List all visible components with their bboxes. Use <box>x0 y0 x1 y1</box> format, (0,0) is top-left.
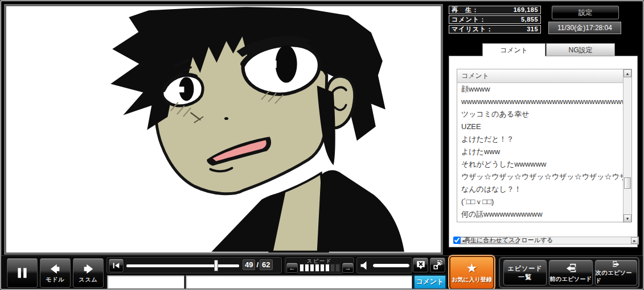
vertical-scrollbar[interactable]: ▲ ▼ <box>623 69 631 223</box>
stat-value: 315 <box>527 26 538 33</box>
volume-group <box>356 257 412 274</box>
seek-track <box>126 264 239 267</box>
scroll-down-button[interactable]: ▼ <box>624 214 631 222</box>
vertical-scroll-thumb[interactable] <box>624 177 631 189</box>
seek-thumb[interactable] <box>214 260 218 271</box>
prev-episode-icon <box>563 263 580 275</box>
speed-segment <box>325 264 330 272</box>
comment-item[interactable]: 顔wwww <box>457 83 624 96</box>
page-current: 49 <box>243 259 255 270</box>
tab-ng-settings[interactable]: NG設定 <box>546 43 615 56</box>
episode-button-group: エピソード 一覧 前のエピソード 次のエピソード <box>499 257 639 288</box>
comment-item[interactable]: 何の話wwwwwwwwwww <box>457 208 624 221</box>
comment-item[interactable]: ツッコミのある幸せ <box>457 108 624 121</box>
speed-segment <box>300 264 304 272</box>
comment-item[interactable]: それがどうしたwwwwww <box>457 158 624 171</box>
video-player-window: 再 生： 169,185 コメント： 5,855 マイリスト： 315 設定 1… <box>0 0 644 290</box>
back-button-label: モドル <box>46 276 65 284</box>
comment-item[interactable]: UZEE <box>457 121 624 133</box>
stat-row-mylist: マイリスト： 315 <box>449 25 541 34</box>
scroll-right-icon: ► <box>633 239 637 243</box>
forward-arrow-icon <box>81 263 96 275</box>
stat-row-plays: 再 生： 169,185 <box>449 6 541 14</box>
scroll-up-button[interactable]: ▲ <box>624 69 631 77</box>
tab-comment[interactable]: コメント <box>482 43 545 56</box>
favorite-label: お気に入り登録 <box>452 276 492 284</box>
speed-group: スピード ← → <box>285 257 354 274</box>
prev-episode-button[interactable]: 前のエピソード <box>549 260 593 285</box>
speed-segment <box>320 264 325 272</box>
speed-segment <box>315 264 319 272</box>
speed-segment <box>335 264 340 272</box>
page-total: 62 <box>260 259 272 270</box>
add-favorite-button[interactable]: ★ お気に入り登録 <box>449 256 494 289</box>
speed-segment <box>305 264 309 272</box>
speaker-icon <box>359 260 371 271</box>
comment-submit-button[interactable]: コメント <box>413 275 446 289</box>
comment-list-box: コメント 顔wwwwwwwwwwwwwwwwwwwwwwwwwwwwwwwwww… <box>457 69 632 222</box>
comment-item[interactable]: よけただと！？ <box>457 133 624 146</box>
skip-to-start-icon <box>112 261 121 270</box>
speed-segment <box>330 264 335 272</box>
speed-increase-icon: → <box>345 264 351 271</box>
comment-toggle-button[interactable] <box>413 258 428 272</box>
autoscroll-checkbox[interactable] <box>453 237 461 244</box>
volume-fill <box>373 264 409 267</box>
pause-icon <box>15 266 30 280</box>
comment-item[interactable]: (´□□ｖ□□) <box>457 196 624 208</box>
next-episode-label: 次のエピソード <box>596 269 637 285</box>
stat-row-comments: コメント： 5,855 <box>449 15 541 24</box>
comment-item[interactable]: wwwwwwwwwwwwwwwwwwwwwwwwwwwwwwwwwwww <box>457 96 624 108</box>
back-button[interactable]: モドル <box>40 258 71 288</box>
command-input[interactable] <box>107 275 184 289</box>
speed-segment <box>310 264 314 272</box>
stat-value: 5,855 <box>521 16 538 23</box>
forward-button[interactable]: ススム <box>73 258 104 288</box>
player-control-bar: モドル ススム 49 / 62 <box>1 255 644 290</box>
autoscroll-row: 再生に合わせてスクロールする <box>453 236 553 245</box>
star-icon: ★ <box>466 262 478 275</box>
prev-episode-label: 前のエピソード <box>549 275 592 283</box>
episode-list-button[interactable]: エピソード 一覧 <box>503 260 547 285</box>
forward-button-label: ススム <box>79 276 98 284</box>
stat-label: 再 生： <box>452 6 479 14</box>
comment-list-header: コメント <box>457 69 624 83</box>
scroll-down-icon: ▼ <box>626 217 630 221</box>
comment-item[interactable]: よけたwww <box>457 146 624 158</box>
episode-list-label-line2: 一覧 <box>518 273 532 281</box>
pause-button[interactable] <box>7 258 38 288</box>
seek-bar[interactable] <box>126 259 239 272</box>
datetime-display: 11/30(金)17:28:04 <box>548 22 621 34</box>
comment-panel: コメント 顔wwwwwwwwwwwwwwwwwwwwwwwwwwwwwwwwww… <box>449 56 638 247</box>
page-counter: 49 / 62 <box>243 259 273 270</box>
autoscroll-label: 再生に合わせてスクロールする <box>464 236 553 245</box>
comment-input[interactable] <box>186 275 412 289</box>
settings-button[interactable]: 設定 <box>552 6 619 19</box>
back-arrow-icon <box>48 263 63 275</box>
scroll-up-icon: ▲ <box>626 72 630 76</box>
stat-label: コメント： <box>452 16 486 23</box>
seek-group: 49 / 62 <box>106 257 282 274</box>
video-area[interactable] <box>4 4 443 255</box>
next-episode-icon <box>608 260 625 269</box>
comment-item[interactable]: ウザッ☆ウザッ☆ウザッ☆ウザッ☆ウザッ☆ウザッ☆ <box>457 171 624 183</box>
speed-decrease-button[interactable]: ← <box>286 263 298 273</box>
comment-item[interactable]: なんのはなし？！ <box>457 183 624 196</box>
comment-list: 顔wwwwwwwwwwwwwwwwwwwwwwwwwwwwwwwwwwwwwww… <box>457 83 624 223</box>
stat-label: マイリスト： <box>452 26 493 33</box>
video-frame-illustration <box>6 6 441 252</box>
speed-decrease-icon: ← <box>289 264 296 271</box>
volume-slider[interactable] <box>373 264 409 267</box>
page-separator: / <box>256 260 259 269</box>
scroll-right-button[interactable]: ► <box>631 237 638 244</box>
stat-value: 169,185 <box>514 6 538 14</box>
resize-button[interactable] <box>430 258 445 272</box>
speed-increase-button[interactable]: → <box>342 263 354 273</box>
episode-list-label-line1: エピソード <box>507 264 542 273</box>
next-episode-button[interactable]: 次のエピソード <box>595 260 637 285</box>
comment-hide-icon <box>416 260 426 270</box>
go-to-start-button[interactable] <box>109 259 124 272</box>
speed-segments <box>300 264 340 272</box>
resize-expand-icon <box>433 260 443 270</box>
